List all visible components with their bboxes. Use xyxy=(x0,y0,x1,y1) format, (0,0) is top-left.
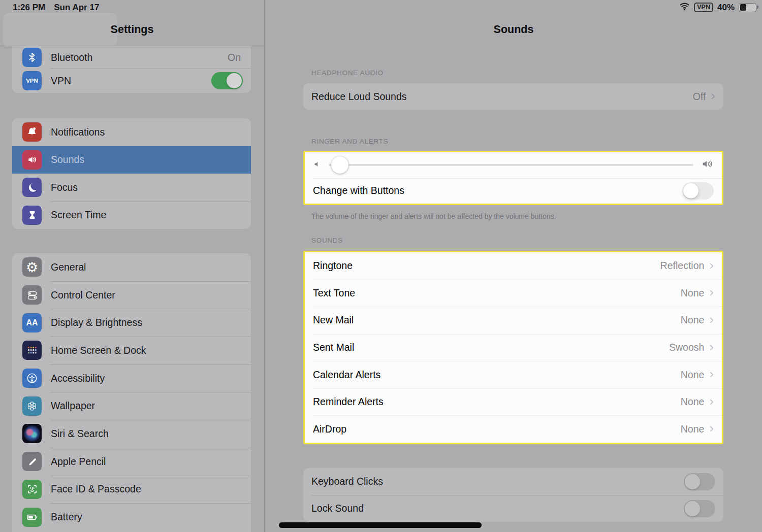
row-label: Ringtone xyxy=(313,260,660,272)
ipad-settings-screen: 1:26 PM Sun Apr 17 VPN 40% Settings Soun… xyxy=(0,0,762,532)
control-center-icon xyxy=(22,285,42,305)
section-header-headphone-audio: HEADPHONE AUDIO xyxy=(311,69,384,77)
row-label: New Mail xyxy=(313,314,681,326)
sidebar-item-label: Sounds xyxy=(51,154,251,165)
sidebar-group-alerts: Notifications Sounds Focus xyxy=(12,118,251,229)
focus-moon-icon xyxy=(22,178,42,197)
battery-icon xyxy=(739,3,756,12)
row-label: Change with Buttons xyxy=(313,185,682,196)
sidebar-group-connectivity: Bluetooth On VPN VPN xyxy=(12,46,251,93)
sidebar-item-label: Accessibility xyxy=(51,373,251,384)
chevron-right-icon: › xyxy=(711,89,715,102)
reduce-loud-sounds-card: Reduce Loud Sounds Off › xyxy=(303,83,723,110)
sidebar-item-label: Siri & Search xyxy=(51,428,251,440)
page-title: Sounds xyxy=(265,23,762,36)
row-value: None xyxy=(681,423,705,435)
sidebar-item-label: Apple Pencil xyxy=(51,456,251,468)
chevron-right-icon: › xyxy=(709,367,714,380)
row-value: Reflection xyxy=(660,260,705,272)
keyboard-clicks-toggle[interactable] xyxy=(684,473,715,490)
apple-pencil-icon xyxy=(22,452,42,471)
reminder-alerts-row[interactable]: Reminder Alerts None › xyxy=(305,388,722,416)
accessibility-icon xyxy=(22,369,42,388)
text-tone-row[interactable]: Text Tone None › xyxy=(305,280,722,307)
sidebar-item-battery[interactable]: Battery xyxy=(12,503,251,531)
wifi-icon xyxy=(679,2,690,13)
sidebar-item-label: VPN xyxy=(51,75,211,87)
reduce-loud-sounds-row[interactable]: Reduce Loud Sounds Off › xyxy=(303,83,723,110)
keyboard-lock-card: Keyboard Clicks Lock Sound xyxy=(303,468,723,522)
ringer-footnote: The volume of the ringer and alerts will… xyxy=(311,212,718,220)
row-label: Reduce Loud Sounds xyxy=(311,91,693,103)
sidebar-item-label: Bluetooth xyxy=(51,52,228,63)
vpn-status-badge: VPN xyxy=(694,3,713,13)
battery-percent: 40% xyxy=(717,3,735,13)
sidebar-item-label: Battery xyxy=(51,511,251,523)
sent-mail-row[interactable]: Sent Mail Swoosh › xyxy=(305,334,722,361)
airdrop-row[interactable]: AirDrop None › xyxy=(305,415,722,443)
sidebar-item-general[interactable]: ⚙ General xyxy=(12,253,251,281)
slider-knob[interactable] xyxy=(331,156,348,174)
ringtone-row[interactable]: Ringtone Reflection › xyxy=(305,252,722,280)
lock-sound-toggle[interactable] xyxy=(684,500,715,517)
sidebar-item-vpn[interactable]: VPN VPN xyxy=(12,69,251,93)
bluetooth-value: On xyxy=(228,52,241,63)
sidebar-group-general: ⚙ General Control Center AA Display & Br… xyxy=(12,253,251,532)
new-mail-row[interactable]: New Mail None › xyxy=(305,307,722,334)
sidebar-item-label: General xyxy=(51,261,251,273)
calendar-alerts-row[interactable]: Calendar Alerts None › xyxy=(305,361,722,388)
ringer-volume-slider[interactable] xyxy=(329,156,693,174)
volume-max-icon xyxy=(701,158,714,172)
volume-min-icon xyxy=(313,160,322,171)
home-screen-dock-icon xyxy=(22,341,42,360)
sidebar-item-accessibility[interactable]: Accessibility xyxy=(12,364,251,392)
sidebar-item-display-brightness[interactable]: AA Display & Brightness xyxy=(12,309,251,337)
sidebar-item-label: Notifications xyxy=(51,126,251,138)
sidebar-item-notifications[interactable]: Notifications xyxy=(12,118,251,146)
lock-sound-row: Lock Sound xyxy=(303,495,723,522)
sounds-speaker-icon xyxy=(22,150,42,170)
status-bar-left: 1:26 PM Sun Apr 17 xyxy=(13,3,99,13)
sidebar-item-label: Display & Brightness xyxy=(51,317,251,328)
sidebar-item-bluetooth[interactable]: Bluetooth On xyxy=(12,46,251,69)
sidebar-item-face-id[interactable]: Face ID & Passcode xyxy=(12,476,251,504)
status-bar-right: VPN 40% xyxy=(679,2,756,13)
notifications-bell-icon xyxy=(22,122,42,142)
chevron-right-icon: › xyxy=(709,258,714,272)
row-value: Swoosh xyxy=(669,342,704,353)
sidebar-item-siri-search[interactable]: Siri & Search xyxy=(12,420,251,448)
siri-icon xyxy=(22,424,42,443)
sidebar-item-label: Wallpaper xyxy=(51,400,251,412)
sidebar-item-focus[interactable]: Focus xyxy=(12,174,251,202)
vpn-toggle[interactable] xyxy=(211,72,243,89)
chevron-right-icon: › xyxy=(709,421,714,435)
gear-icon: ⚙ xyxy=(22,257,42,277)
sidebar-divider xyxy=(264,0,265,532)
sidebar-item-label: Focus xyxy=(51,182,251,193)
slider-track[interactable] xyxy=(329,164,693,166)
chevron-right-icon: › xyxy=(709,285,714,298)
ringer-volume-row xyxy=(305,152,722,178)
screen-time-hourglass-icon xyxy=(22,206,42,225)
keyboard-clicks-row: Keyboard Clicks xyxy=(303,468,723,495)
sidebar-item-control-center[interactable]: Control Center xyxy=(12,281,251,309)
sidebar-item-home-screen-dock[interactable]: Home Screen & Dock xyxy=(12,337,251,364)
change-with-buttons-toggle[interactable] xyxy=(682,182,714,200)
sidebar-item-label: Home Screen & Dock xyxy=(51,345,251,356)
row-value: None xyxy=(681,396,705,408)
sidebar-item-sounds[interactable]: Sounds xyxy=(12,146,251,174)
sidebar-item-label: Control Center xyxy=(51,289,251,301)
sidebar-item-apple-pencil[interactable]: Apple Pencil xyxy=(12,448,251,476)
row-label: Text Tone xyxy=(313,287,681,299)
row-value: None xyxy=(681,369,705,381)
row-label: Lock Sound xyxy=(311,503,684,514)
sidebar-item-label: Screen Time xyxy=(51,209,251,221)
sidebar-item-screen-time[interactable]: Screen Time xyxy=(12,202,251,229)
ringer-alerts-highlighted-card: Change with Buttons xyxy=(303,151,723,205)
sidebar-item-wallpaper[interactable]: Wallpaper xyxy=(12,392,251,420)
chevron-right-icon: › xyxy=(709,394,714,408)
home-indicator[interactable] xyxy=(279,522,482,528)
row-value: None xyxy=(681,287,705,299)
row-label: Keyboard Clicks xyxy=(311,476,684,487)
chevron-right-icon: › xyxy=(709,340,714,353)
